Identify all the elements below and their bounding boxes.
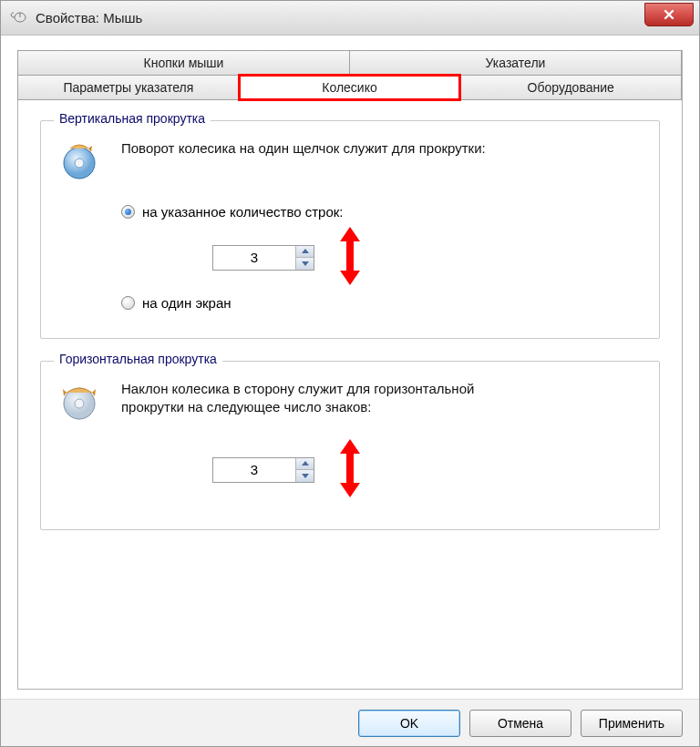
tab-pointer-options[interactable]: Параметры указателя — [17, 75, 240, 100]
group-horizontal-legend: Горизонтальная прокрутка — [54, 352, 222, 366]
horizontal-chars-input[interactable] — [213, 458, 295, 482]
svg-marker-7 — [340, 227, 360, 285]
horizontal-chars-spinner[interactable] — [212, 457, 314, 483]
ok-button[interactable]: OK — [358, 710, 460, 737]
tab-label: Параметры указателя — [63, 80, 193, 95]
button-label: Отмена — [498, 716, 543, 731]
chevron-down-icon — [302, 474, 309, 478]
close-button[interactable] — [644, 3, 694, 26]
svg-marker-13 — [302, 474, 309, 478]
radio-option-lines[interactable]: на указанное количество строк: — [121, 204, 643, 220]
tabstrip-row-2: Параметры указателя Колесико Оборудовани… — [18, 76, 682, 100]
tab-hardware[interactable]: Оборудование — [459, 75, 682, 100]
vertical-lines-spinner[interactable] — [212, 245, 314, 271]
wheel-vertical-icon — [57, 139, 121, 186]
spinner-up-button[interactable] — [296, 246, 314, 259]
content: Кнопки мыши Указатели Параметры указател… — [1, 36, 699, 699]
button-label: Применить — [599, 716, 664, 731]
svg-marker-14 — [340, 439, 360, 497]
spinner-up-button[interactable] — [296, 458, 314, 471]
spinner-down-button[interactable] — [296, 470, 314, 482]
radio-option-screen[interactable]: на один экран — [121, 295, 643, 311]
tab-wheel[interactable]: Колесико — [239, 75, 461, 100]
tab-buttons[interactable]: Кнопки мыши — [17, 50, 350, 76]
tab-pane: Кнопки мыши Указатели Параметры указател… — [17, 50, 683, 690]
window: Свойства: Мышь Кнопки мыши Указатели Пар… — [0, 0, 700, 747]
svg-point-3 — [75, 159, 84, 168]
svg-marker-5 — [302, 249, 309, 253]
tab-pointers[interactable]: Указатели — [349, 50, 682, 76]
annotation-arrow-horizontal — [336, 439, 364, 500]
apply-button[interactable]: Применить — [581, 710, 683, 737]
tab-label: Кнопки мыши — [144, 56, 224, 70]
tab-label: Колесико — [322, 80, 376, 95]
chevron-up-icon — [302, 461, 309, 466]
cancel-button[interactable]: Отмена — [469, 710, 571, 737]
group-horizontal-scroll: Горизонтальная прокрутка — [40, 361, 660, 530]
chevron-down-icon — [302, 261, 309, 266]
titlebar: Свойства: Мышь — [1, 1, 699, 36]
tab-body: Вертикальная прокрутка — [18, 100, 682, 572]
spinner-down-button[interactable] — [296, 258, 314, 270]
radio-label: на один экран — [142, 295, 232, 311]
annotation-arrow-vertical — [336, 227, 364, 288]
radio-icon — [121, 205, 135, 219]
vertical-lines-input[interactable] — [213, 246, 295, 270]
tab-label: Указатели — [486, 56, 546, 70]
tab-label: Оборудование — [528, 80, 614, 95]
group-vertical-legend: Вертикальная прокрутка — [54, 111, 211, 126]
button-bar: OK Отмена Применить — [1, 699, 699, 746]
radio-label: на указанное количество строк: — [142, 204, 344, 220]
tabstrip-row-1: Кнопки мыши Указатели — [18, 51, 682, 76]
wheel-horizontal-icon — [57, 380, 121, 426]
vertical-desc: Поворот колесика на один щелчок служит д… — [121, 139, 643, 186]
close-icon — [663, 8, 675, 21]
horizontal-desc: Наклон колесика в сторону служит для гор… — [121, 380, 504, 426]
svg-marker-6 — [302, 261, 309, 266]
window-title: Свойства: Мышь — [36, 10, 142, 26]
button-label: OK — [400, 716, 418, 731]
group-vertical-scroll: Вертикальная прокрутка — [40, 120, 660, 339]
chevron-up-icon — [302, 249, 309, 253]
mouse-icon — [10, 9, 28, 26]
svg-point-9 — [75, 399, 84, 408]
radio-icon — [121, 296, 135, 310]
svg-marker-12 — [302, 461, 309, 466]
